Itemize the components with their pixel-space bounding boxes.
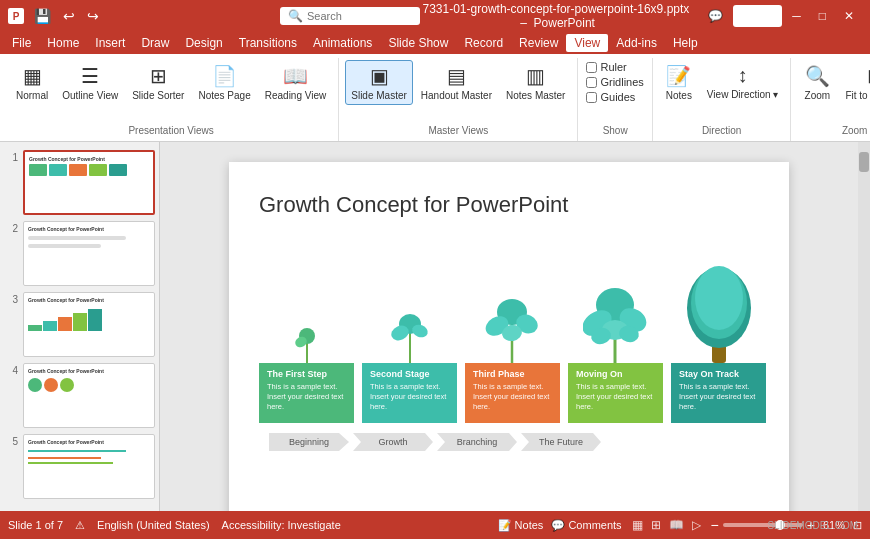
ruler-label: Ruler <box>600 61 626 73</box>
menu-help[interactable]: Help <box>665 34 706 52</box>
close-button[interactable]: ✕ <box>836 5 862 27</box>
menu-file[interactable]: File <box>4 34 39 52</box>
stage-4-title: Moving On <box>576 369 655 379</box>
maximize-button[interactable]: □ <box>811 5 834 27</box>
notes-label-status: Notes <box>515 519 544 531</box>
slide-preview-title-5: Growth Concept for PowerPoint <box>28 439 150 445</box>
menu-slideshow[interactable]: Slide Show <box>380 34 456 52</box>
plant-svg-1 <box>292 318 322 363</box>
menu-transitions[interactable]: Transitions <box>231 34 305 52</box>
direction-icon: ↕ <box>738 64 748 87</box>
slide-sorter-button[interactable]: ⊞ Slide Sorter <box>126 60 190 105</box>
menu-home[interactable]: Home <box>39 34 87 52</box>
slide-thumb-5[interactable]: 5 Growth Concept for PowerPoint <box>4 434 155 499</box>
menu-draw[interactable]: Draw <box>133 34 177 52</box>
slide-preview-5: Growth Concept for PowerPoint <box>23 434 155 499</box>
arrow-label-1: Growth <box>378 437 407 447</box>
undo-icon[interactable]: ↩ <box>59 6 79 26</box>
arrow-growth: Growth <box>353 433 433 451</box>
zoom-out-icon[interactable]: − <box>711 517 719 533</box>
presenter-view-icon-status[interactable]: ▷ <box>690 516 703 534</box>
stage-5-text: This is a sample text. Insert your desir… <box>679 382 758 411</box>
slide-preview-title-4: Growth Concept for PowerPoint <box>28 368 150 374</box>
notes-master-icon: ▥ <box>526 64 545 88</box>
slide-thumb-4[interactable]: 4 Growth Concept for PowerPoint <box>4 363 155 428</box>
slide-sorter-label: Slide Sorter <box>132 90 184 101</box>
show-label: Show <box>603 125 628 139</box>
handout-master-icon: ▤ <box>447 64 466 88</box>
menu-design[interactable]: Design <box>177 34 230 52</box>
arrow-label-2: Branching <box>457 437 498 447</box>
guides-checkbox[interactable]: Guides <box>584 90 645 104</box>
menu-review[interactable]: Review <box>511 34 566 52</box>
notes-master-button[interactable]: ▥ Notes Master <box>500 60 571 105</box>
ruler-checkbox[interactable]: Ruler <box>584 60 645 74</box>
comments-icon-status: 💬 <box>551 519 565 531</box>
search-box[interactable]: 🔍 <box>280 7 420 25</box>
menu-animations[interactable]: Animations <box>305 34 380 52</box>
right-scrollbar[interactable] <box>858 142 870 511</box>
status-left: Slide 1 of 7 ⚠ English (United States) A… <box>8 519 341 532</box>
accessibility-label[interactable]: Accessibility: Investigate <box>222 519 341 531</box>
stage-2-plant: Second Stage This is a sample text. Inse… <box>362 298 457 423</box>
reading-view-button[interactable]: 📖 Reading View <box>259 60 333 105</box>
ruler-check[interactable] <box>586 62 597 73</box>
view-direction-button[interactable]: ↕ View Direction ▾ <box>701 60 785 104</box>
gridlines-checkbox[interactable]: Gridlines <box>584 75 645 89</box>
notes-button-status[interactable]: 📝 Notes <box>498 519 544 532</box>
zoom-button[interactable]: 🔍 Zoom <box>797 60 837 105</box>
presentation-views-label: Presentation Views <box>128 125 213 139</box>
gridlines-check[interactable] <box>586 77 597 88</box>
grid-view-icon-status[interactable]: ⊞ <box>649 516 663 534</box>
document-title: 7331-01-growth-concept-for-powerpoint-16… <box>420 2 692 30</box>
redo-icon[interactable]: ↪ <box>83 6 103 26</box>
slide-preview-4: Growth Concept for PowerPoint <box>23 363 155 428</box>
notes-page-button[interactable]: 📄 Notes Page <box>192 60 256 105</box>
comments-button-status[interactable]: 💬 Comments <box>551 519 621 532</box>
slide-master-icon: ▣ <box>370 64 389 88</box>
fit-to-window-button[interactable]: ⊡ Fit to Window <box>839 60 870 105</box>
slide-thumb-2[interactable]: 2 Growth Concept for PowerPoint <box>4 221 155 286</box>
minimize-button[interactable]: ─ <box>784 5 809 27</box>
share-button[interactable]: Share <box>733 5 782 27</box>
stage-3-text: This is a sample text. Insert your desir… <box>473 382 552 411</box>
menu-addins[interactable]: Add-ins <box>608 34 665 52</box>
reading-view-icon-status[interactable]: 📖 <box>667 516 686 534</box>
slide-thumb-1[interactable]: 1 Growth Concept for PowerPoint <box>4 150 155 215</box>
save-icon[interactable]: 💾 <box>30 6 55 26</box>
menu-view[interactable]: View <box>566 34 608 52</box>
menu-insert[interactable]: Insert <box>87 34 133 52</box>
arrow-label-3: The Future <box>539 437 583 447</box>
window-controls: 💬 Share ─ □ ✕ <box>700 5 862 27</box>
guides-label: Guides <box>600 91 635 103</box>
search-input[interactable] <box>307 10 407 22</box>
title-bar: P 💾 ↩ ↪ 🔍 7331-01-growth-concept-for-pow… <box>0 0 870 32</box>
slide-preview-1: Growth Concept for PowerPoint <box>23 150 155 215</box>
arrow-future: The Future <box>521 433 601 451</box>
outline-label: Outline View <box>62 90 118 101</box>
outline-view-button[interactable]: ☰ Outline View <box>56 60 124 105</box>
notes-button[interactable]: 📝 Notes <box>659 60 699 105</box>
menu-record[interactable]: Record <box>456 34 511 52</box>
svg-point-22 <box>695 266 743 330</box>
slide-master-button[interactable]: ▣ Slide Master <box>345 60 413 105</box>
slide-thumb-3[interactable]: 3 Growth Concept for PowerPoint <box>4 292 155 357</box>
app-name-label: PowerPoint <box>534 16 595 30</box>
normal-view-button[interactable]: ▦ Normal <box>10 60 54 105</box>
handout-master-button[interactable]: ▤ Handout Master <box>415 60 498 105</box>
notes-master-label: Notes Master <box>506 90 565 101</box>
guides-check[interactable] <box>586 92 597 103</box>
slide-info: Slide 1 of 7 <box>8 519 63 531</box>
scrollbar-thumb[interactable] <box>859 152 869 172</box>
slide-num-2: 2 <box>4 221 18 234</box>
app-icon: P <box>8 8 24 24</box>
gridlines-label: Gridlines <box>600 76 643 88</box>
normal-view-icon-status[interactable]: ▦ <box>630 516 645 534</box>
plant-img-1 <box>292 318 322 363</box>
slide-preview-title-2: Growth Concept for PowerPoint <box>28 226 150 232</box>
ribbon: ▦ Normal ☰ Outline View ⊞ Slide Sorter 📄… <box>0 54 870 142</box>
slide-panel[interactable]: 1 Growth Concept for PowerPoint 2 <box>0 142 160 511</box>
stage-box-5: Stay On Track This is a sample text. Ins… <box>671 363 766 423</box>
comment-icon[interactable]: 💬 <box>700 5 731 27</box>
stage-1-title: The First Step <box>267 369 346 379</box>
